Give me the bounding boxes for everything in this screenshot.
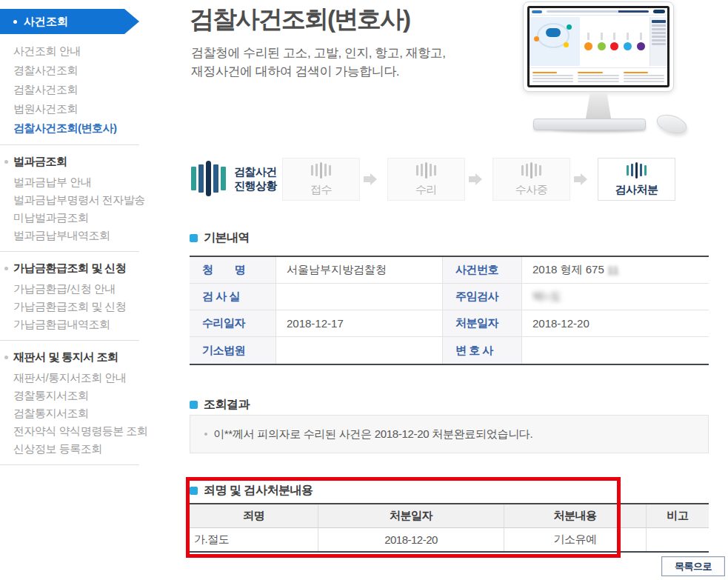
sidebar-item-prosecution-notice[interactable]: 검찰통지서조회 [0, 404, 141, 422]
section-disposition: 죄명 및 검사처분내용 [190, 483, 313, 499]
monitor-screen [523, 1, 674, 92]
bullet-icon [4, 160, 8, 164]
label-chief-prosecutor: 주임검사 [443, 284, 522, 310]
sidebar-header-fines: 벌과금조회 [0, 155, 141, 169]
value-case-number: 2018 형제 675 11 [522, 257, 709, 284]
page-description: 검찰청에 수리된 고소, 고발, 인지, 항고, 재항고, 재정사건에 대하여 … [191, 44, 445, 81]
sidebar-item-refund-guide[interactable]: 가납금환급/신청 안내 [0, 280, 141, 298]
step-received: 접수 [282, 158, 360, 201]
col-charge: 죄명 [190, 504, 318, 528]
result-message: 이**께서 피의자로 수리된 사건은 2018-12-20 처분완료되었습니다. [213, 427, 532, 441]
disposition-header-row: 죄명 처분일자 처분내용 비고 [190, 504, 709, 528]
bars-step-icon [416, 162, 436, 179]
sidebar-item-police-case[interactable]: 경찰사건조회 [0, 61, 141, 80]
monitor-illustration [514, 0, 699, 145]
case-progress-stepper: 검찰사건 진행상황 접수 수리 수사중 검사처분 [191, 158, 680, 205]
divider [0, 144, 139, 145]
bullet-icon [13, 20, 17, 24]
bullet-icon [4, 267, 8, 270]
label-case-number: 사건번호 [443, 257, 522, 284]
col-remarks: 비고 [647, 504, 709, 528]
col-disposition-date: 처분일자 [318, 504, 504, 528]
sidebar-item-fine-order-edelivery[interactable]: 벌과금납부명령서 전자발송 [0, 191, 141, 209]
value-indict-court [276, 337, 443, 364]
table-row: 가.절도 2018-12-20 기소유예 [190, 528, 709, 551]
section-bullet-icon [190, 234, 198, 242]
basic-details-table: 청 명 서울남부지방검찰청 사건번호 2018 형제 675 11 검 사 실 … [190, 256, 709, 365]
sidebar-item-prosecution-case-lawyer[interactable]: 검찰사건조회(변호사) [0, 119, 141, 138]
sidebar-group-case: 사건조회 안내 경찰사건조회 검찰사건조회 법원사건조회 검찰사건조회(변호사) [0, 41, 141, 138]
value-disposition-date: 2018-12-20 [522, 310, 709, 337]
sidebar-item-personal-info[interactable]: 신상정보 등록조회 [0, 440, 141, 458]
label-office: 청 명 [190, 257, 276, 284]
cell-disposition-date: 2018-12-20 [318, 528, 504, 551]
sidebar-header-notices: 재판서 및 통지서 조회 [0, 350, 141, 364]
bars-step-icon [311, 162, 331, 179]
label-disposition-date: 처분일자 [443, 310, 522, 337]
keyboard-illustration [533, 119, 646, 130]
cell-disposition-content: 기소유예 [504, 528, 647, 551]
sidebar: 사건조회 사건조회 안내 경찰사건조회 검찰사건조회 법원사건조회 검찰사건조회… [0, 0, 141, 465]
back-to-list-button[interactable]: 목록으로 [661, 556, 725, 576]
sidebar-item-fine-history[interactable]: 벌과금납부내역조회 [0, 227, 141, 244]
step-accepted: 수리 [387, 158, 465, 201]
sidebar-item-prosecution-case[interactable]: 검찰사건조회 [0, 80, 141, 99]
cell-remarks [647, 528, 709, 551]
sidebar-item-refund-apply[interactable]: 가납금환급조회 및 신청 [0, 298, 141, 316]
bars-logo-icon [191, 161, 226, 196]
bullet-icon [204, 433, 207, 436]
sidebar-active-header-label: 사건조회 [24, 15, 68, 29]
value-office: 서울남부지방검찰청 [276, 257, 443, 284]
sidebar-item-unpaid-fine[interactable]: 미납벌과금조회 [0, 209, 141, 227]
sidebar-item-police-notice[interactable]: 경찰통지서조회 [0, 387, 141, 404]
step-disposed: 검사처분 [598, 158, 675, 201]
sidebar-item-notice-guide[interactable]: 재판서/통지서조회 안내 [0, 369, 141, 387]
divider [0, 464, 139, 465]
section-result: 조회결과 [190, 397, 250, 413]
redacted-text: 박○도 [532, 290, 561, 304]
section-basic-details: 기본내역 [190, 230, 250, 246]
divider [0, 340, 139, 341]
bars-step-icon [627, 162, 647, 179]
label-lawyer: 변 호 사 [443, 337, 522, 364]
value-accept-date: 2018-12-17 [276, 310, 443, 337]
value-prosecutor-office [276, 284, 443, 310]
progress-logo: 검찰사건 진행상황 [191, 161, 277, 196]
bullet-icon [4, 356, 8, 359]
sidebar-item-refund-history[interactable]: 가납금환급내역조회 [0, 316, 141, 333]
label-prosecutor-office: 검 사 실 [190, 284, 276, 310]
disposition-table: 죄명 처분일자 처분내용 비고 가.절도 2018-12-20 기소유예 [190, 503, 709, 553]
result-message-box: 이**께서 피의자로 수리된 사건은 2018-12-20 처분완료되었습니다. [190, 415, 709, 453]
redacted-text: 11 [607, 264, 619, 276]
sidebar-group-refund: 가납금환급/신청 안내 가납금환급조회 및 신청 가납금환급내역조회 [0, 280, 141, 333]
sidebar-item-case-guide[interactable]: 사건조회 안내 [0, 41, 141, 61]
value-lawyer [522, 337, 709, 364]
sidebar-item-fine-guide[interactable]: 벌과금납부 안내 [0, 173, 141, 191]
col-disposition-content: 처분내용 [504, 504, 647, 528]
sidebar-group-fines: 벌과금납부 안내 벌과금납부명령서 전자발송 미납벌과금조회 벌과금납부내역조회 [0, 173, 141, 244]
label-accept-date: 수리일자 [190, 310, 276, 337]
section-bullet-icon [190, 401, 198, 409]
sidebar-group-notices: 재판서/통지서조회 안내 경찰통지서조회 검찰통지서조회 전자약식 약식명령등본… [0, 369, 141, 458]
mouse-illustration [654, 111, 689, 137]
main-content: 검찰사건조회(변호사) 검찰청에 수리된 고소, 고발, 인지, 항고, 재항고… [190, 0, 709, 580]
sidebar-item-case-inquiry[interactable]: 사건조회 [0, 9, 139, 34]
sidebar-item-court-case[interactable]: 법원사건조회 [0, 99, 141, 119]
step-investigating: 수사중 [492, 158, 570, 201]
bars-step-icon [521, 162, 541, 179]
section-bullet-icon [190, 487, 198, 495]
page: 사건조회 사건조회 안내 경찰사건조회 검찰사건조회 법원사건조회 검찰사건조회… [0, 0, 728, 580]
cell-charge: 가.절도 [190, 528, 318, 551]
sidebar-header-refund: 가납금환급조회 및 신청 [0, 261, 141, 276]
sidebar-item-summary-order-copy[interactable]: 전자약식 약식명령등본 조회 [0, 422, 141, 440]
page-title: 검찰사건조회(변호사) [190, 3, 410, 36]
label-indict-court: 기소법원 [190, 337, 276, 364]
value-chief-prosecutor: 박○도 [522, 284, 709, 310]
divider [0, 251, 139, 252]
